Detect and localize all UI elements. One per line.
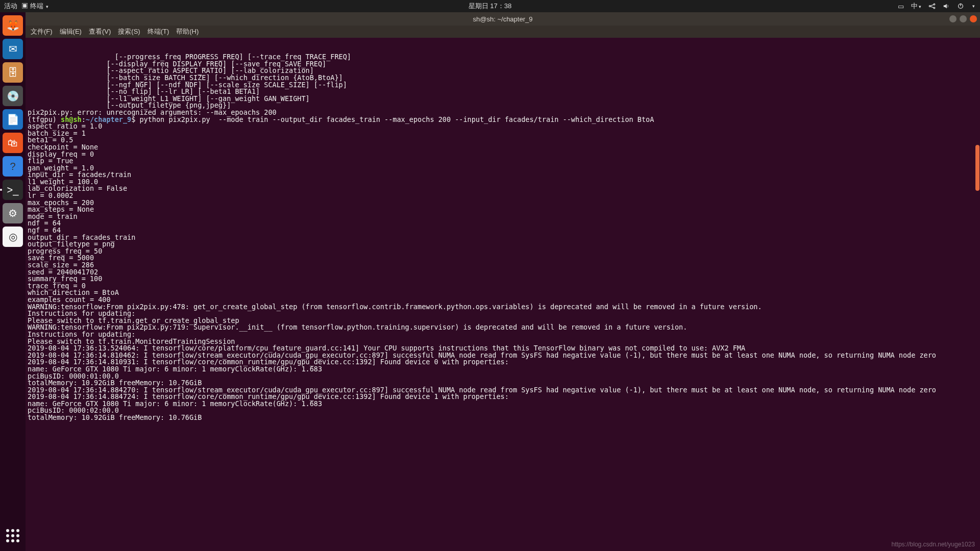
dock-files[interactable]: 🗄 bbox=[3, 62, 23, 83]
power-icon[interactable] bbox=[957, 3, 964, 10]
terminal-menubar: 文件(F)编辑(E)查看(V)搜索(S)终端(T)帮助(H) bbox=[26, 26, 980, 38]
menu-edit[interactable]: 编辑(E) bbox=[60, 27, 82, 36]
dock-writer[interactable]: 📄 bbox=[3, 109, 23, 130]
gnome-top-panel: 活动 ▣ 终端 ▾ 星期日 17：38 ▭ 中▾ ▾ bbox=[0, 0, 980, 12]
terminal-output: [--progress_freq PROGRESS_FREQ] [--trace… bbox=[28, 53, 351, 116]
terminal-output: aspect_ratio = 1.0 batch_size = 1 beta1 … bbox=[28, 122, 936, 421]
svg-line-4 bbox=[930, 7, 934, 8]
menu-file[interactable]: 文件(F) bbox=[31, 27, 53, 36]
chevron-down-icon: ▾ bbox=[46, 4, 48, 9]
activities-button[interactable]: 活动 bbox=[4, 2, 17, 11]
svg-point-0 bbox=[929, 6, 930, 7]
dock-disks[interactable]: 💿 bbox=[3, 86, 23, 106]
window-title: sh@sh: ~/chapter_9 bbox=[473, 15, 533, 23]
dock-screenshot[interactable]: ◎ bbox=[3, 227, 23, 247]
menu-view[interactable]: 查看(V) bbox=[89, 27, 111, 36]
battery-icon[interactable]: ▭ bbox=[898, 3, 904, 10]
window-close-button[interactable] bbox=[970, 15, 977, 22]
terminal-indicator-icon: ▣ bbox=[21, 2, 28, 10]
entered-command: python pix2pix.py --mode train --output_… bbox=[139, 115, 654, 123]
window-maximize-button[interactable] bbox=[960, 15, 967, 22]
network-icon[interactable] bbox=[928, 3, 936, 10]
chevron-down-icon: ▾ bbox=[919, 4, 921, 9]
dock-firefox[interactable]: 🦊 bbox=[3, 15, 23, 36]
terminal-viewport[interactable]: [--progress_freq PROGRESS_FREQ] [--trace… bbox=[26, 38, 980, 551]
window-titlebar[interactable]: sh@sh: ~/chapter_9 bbox=[26, 12, 980, 26]
app-menu-label: 终端 bbox=[30, 2, 43, 10]
svg-point-1 bbox=[934, 4, 935, 5]
chevron-down-icon: ▾ bbox=[972, 4, 975, 9]
clock[interactable]: 星期日 17：38 bbox=[469, 2, 512, 11]
dock-software[interactable]: 🛍 bbox=[3, 133, 23, 153]
watermark-text: https://blog.csdn.net/yuge1023 bbox=[892, 541, 975, 548]
dock-help[interactable]: ? bbox=[3, 156, 23, 177]
window-minimize-button[interactable] bbox=[949, 15, 957, 22]
app-menu[interactable]: ▣ 终端 ▾ bbox=[21, 2, 48, 11]
terminal-window: sh@sh: ~/chapter_9 文件(F)编辑(E)查看(V)搜索(S)终… bbox=[26, 12, 980, 551]
ubuntu-dock: 🦊✉🗄💿📄🛍?>_⚙◎ bbox=[0, 12, 26, 551]
svg-line-3 bbox=[930, 5, 934, 6]
menu-terminal[interactable]: 终端(T) bbox=[148, 27, 169, 36]
dock-terminal[interactable]: >_ bbox=[3, 180, 23, 200]
dock-tweaks[interactable]: ⚙ bbox=[3, 203, 23, 223]
scrollbar-thumb[interactable] bbox=[975, 145, 979, 191]
show-applications-button[interactable] bbox=[3, 525, 23, 546]
ime-indicator[interactable]: 中▾ bbox=[911, 2, 921, 11]
volume-icon[interactable] bbox=[943, 3, 950, 10]
ime-label: 中 bbox=[911, 2, 918, 10]
dock-thunderbird[interactable]: ✉ bbox=[3, 39, 23, 59]
svg-point-2 bbox=[934, 7, 935, 9]
menu-help[interactable]: 帮助(H) bbox=[176, 27, 199, 36]
menu-search[interactable]: 搜索(S) bbox=[118, 27, 140, 36]
